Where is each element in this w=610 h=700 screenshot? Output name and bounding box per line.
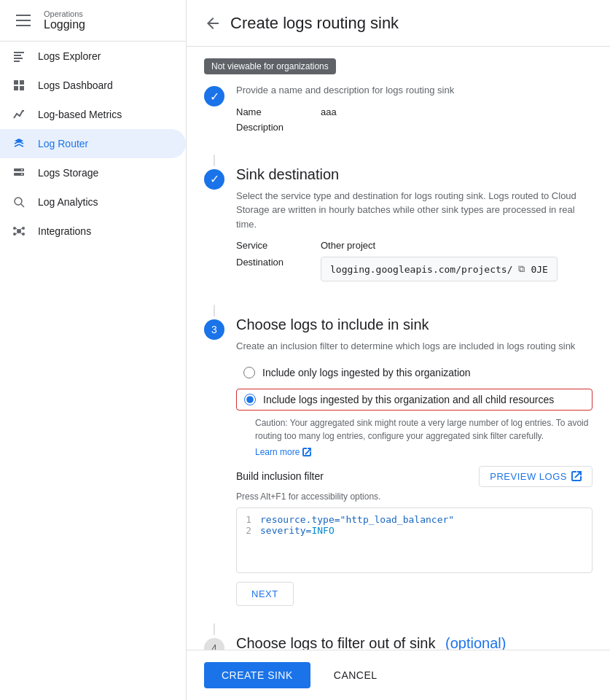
top-bar: Create logs routing sink [187,0,610,47]
step3-circle: 3 [204,319,224,340]
name-value: aaa [321,106,337,117]
logs-dashboard-icon [12,78,26,93]
svg-rect-3 [14,61,20,62]
sidebar-item-log-based-metrics[interactable]: Log-based Metrics [0,100,186,129]
svg-line-20 [20,228,22,230]
step3-title: Choose logs to include in sink [236,316,593,333]
optional-label: (optional) [445,635,506,650]
step2-title: Sink destination [236,166,593,183]
sidebar-item-label: Log Analytics [38,196,98,208]
integrations-icon [12,224,26,238]
sidebar-item-logs-storage[interactable]: Logs Storage [0,158,186,187]
step1-description: Provide a name and description for logs … [236,83,593,98]
svg-rect-2 [14,58,23,59]
code-editor[interactable]: 1 resource.type="http_load_balancer" 2 s… [236,508,593,573]
svg-rect-5 [20,80,24,85]
log-router-icon [12,136,26,151]
svg-line-13 [21,204,24,207]
logs-explorer-icon [12,49,26,63]
code-token-severity: severity= [260,525,311,536]
radio-label-2: Include logs ingested by this organizati… [263,394,554,405]
destination-value: logging.googleapis.com/projects/ ⧉ 0JE [321,257,558,281]
sidebar-item-integrations[interactable]: Integrations [0,217,186,246]
description-row: Description [236,122,593,133]
radio-label-1: Include only logs ingested by this organ… [262,367,471,378]
log-analytics-icon [12,195,26,209]
sidebar-item-logs-dashboard[interactable]: Logs Dashboard [0,71,186,100]
sidebar-item-label: Logs Dashboard [38,79,113,91]
svg-rect-7 [20,86,24,90]
preview-logs-button[interactable]: PREVIEW LOGS [479,466,593,487]
description-label: Description [236,122,309,133]
connector-3-4 [214,623,215,635]
step2-indicator: ✓ [204,166,224,300]
step2-description: Select the service type and destination … [236,189,593,232]
back-button[interactable] [204,15,222,32]
svg-rect-4 [14,80,18,85]
next-button[interactable]: NEXT [236,582,294,606]
navigation: Logs Explorer Logs Dashboard Log-based M… [0,42,186,246]
sidebar-item-log-analytics[interactable]: Log Analytics [0,187,186,217]
step1-checkmark: ✓ [204,86,224,106]
destination-row: Destination logging.googleapis.com/proje… [236,257,593,281]
step3-description: Create an inclusion filter to determine … [236,339,593,354]
sidebar: Operations Logging Logs Explorer Logs Da… [0,0,187,700]
page-title: Create logs routing sink [230,14,399,33]
step2-checkmark: ✓ [204,169,224,190]
svg-line-22 [20,233,22,234]
filter-title: Build inclusion filter [236,470,324,482]
svg-rect-1 [14,55,21,56]
filter-hint: Press Alt+F1 for accessibility options. [236,491,593,502]
sidebar-item-label: Log Router [38,138,88,149]
step1-body: Provide a name and description for logs … [236,83,593,149]
radio-input-1[interactable] [243,367,255,378]
step1-section: ✓ Provide a name and description for log… [204,83,593,149]
app-name: Logging [44,18,85,31]
svg-point-15 [13,227,16,230]
filter-header: Build inclusion filter PREVIEW LOGS [236,466,593,487]
step3-body: Choose logs to include in sink Create an… [236,316,593,618]
product-label: Operations [44,9,85,18]
svg-line-21 [16,233,17,234]
svg-point-18 [22,233,25,236]
sidebar-item-label: Integrations [38,225,91,237]
learn-more-link[interactable]: Learn more [255,447,311,457]
sidebar-item-log-router[interactable]: Log Router [0,129,186,158]
step3-section: 3 Choose logs to include in sink Create … [204,316,593,618]
copy-icon[interactable]: ⧉ [518,263,525,275]
sidebar-item-label: Log-based Metrics [38,109,122,120]
step4-body: Choose logs to filter out of sink (optio… [236,635,593,650]
step4-section: 4 Choose logs to filter out of sink (opt… [204,635,593,650]
code-line-1: 1 resource.type="http_load_balancer" [237,514,592,525]
service-value: Other project [321,240,375,251]
radio-option-1[interactable]: Include only logs ingested by this organ… [236,362,593,383]
code-token-resource: resource.type= [260,514,340,525]
step4-title: Choose logs to filter out of sink (optio… [236,635,593,650]
name-row: Name aaa [236,106,593,117]
create-sink-button[interactable]: CREATE SINK [204,662,310,688]
name-label: Name [236,106,309,117]
service-row: Service Other project [236,240,593,251]
connector-2-3 [214,305,215,316]
svg-point-17 [13,233,16,236]
step2-section: ✓ Sink destination Select the service ty… [204,166,593,300]
bottom-actions: CREATE SINK CANCEL [187,650,610,700]
svg-point-12 [15,198,22,205]
destination-label: Destination [236,257,309,281]
step3-indicator: 3 [204,316,224,618]
menu-icon[interactable] [12,9,35,32]
main-content: Create logs routing sink Not viewable fo… [187,0,610,700]
step1-indicator: ✓ [204,83,224,149]
app-title: Operations Logging [44,9,85,31]
svg-point-16 [22,227,25,230]
radio-option-2[interactable]: Include logs ingested by this organizati… [236,389,593,411]
caution-text: Caution: Your aggregated sink might rout… [255,416,593,443]
sidebar-item-logs-explorer[interactable]: Logs Explorer [0,42,186,71]
metrics-icon [12,107,26,122]
code-line-2: 2 severity=INFO [237,525,592,536]
step4-circle: 4 [204,638,224,650]
svg-rect-6 [14,86,18,90]
radio-input-2[interactable] [244,394,256,405]
content-area: Not viewable for organizations ✓ Provide… [187,47,610,650]
cancel-button[interactable]: CANCEL [322,662,389,688]
